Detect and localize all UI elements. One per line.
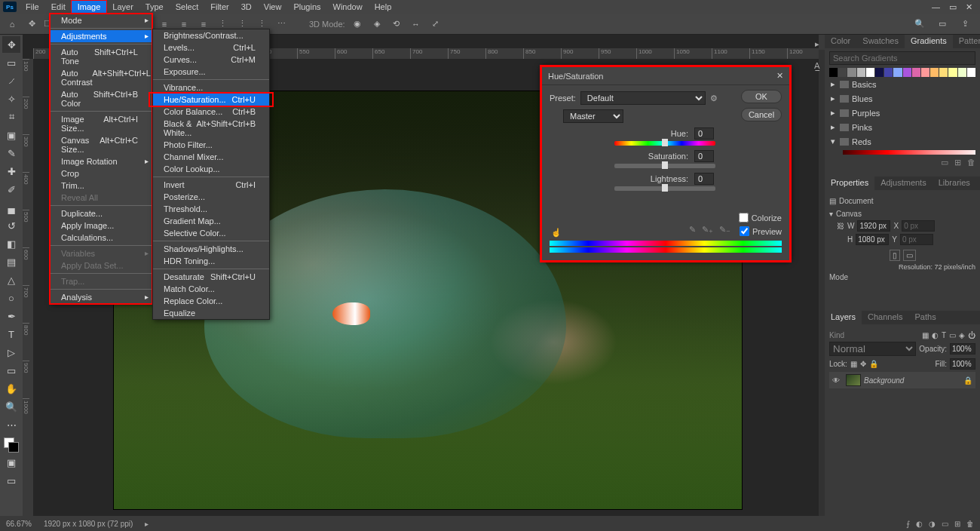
mask-icon[interactable]: ◐	[916, 520, 923, 528]
quickmask-icon[interactable]: ▣	[2, 454, 20, 471]
menu-item[interactable]: Auto ColorShift+Ctrl+B	[51, 88, 152, 109]
tab-adjustments[interactable]: Adjustments	[874, 176, 933, 190]
menu-item[interactable]: Shadows/Highlights...	[153, 243, 269, 255]
menu-item[interactable]: DesaturateShift+Ctrl+U	[153, 271, 269, 283]
lightness-input[interactable]	[694, 173, 714, 185]
tab-layers[interactable]: Layers	[825, 311, 862, 324]
preview-checkbox[interactable]	[740, 226, 749, 236]
move-tool[interactable]: ✥	[2, 36, 20, 53]
hand-eyedropper-icon[interactable]: ☝	[551, 228, 562, 238]
eyedropper-icon[interactable]: ✎	[689, 225, 696, 235]
swatch[interactable]	[930, 68, 939, 77]
eyedropper-minus-icon[interactable]: ✎₋	[719, 225, 730, 235]
menu-item[interactable]: Equalize	[153, 307, 269, 319]
menu-file[interactable]: File	[20, 1, 45, 13]
height-input[interactable]	[856, 234, 889, 245]
screenmode-icon[interactable]: ▭	[2, 472, 20, 489]
menu-view[interactable]: View	[258, 1, 288, 13]
add-icon[interactable]: ⊞	[954, 158, 961, 167]
menu-item[interactable]: Posterize...	[153, 191, 269, 203]
home-icon[interactable]: ⌂	[5, 17, 20, 32]
minimize-icon[interactable]: —	[932, 2, 940, 12]
menu-item[interactable]: Selective Color...	[153, 227, 269, 239]
menu-item[interactable]: Trim...	[51, 180, 152, 192]
swatch[interactable]	[857, 68, 865, 77]
swatch[interactable]	[866, 68, 874, 77]
swatch[interactable]	[958, 68, 966, 77]
folder-basics[interactable]: ▸Basics	[829, 77, 975, 91]
eraser-tool[interactable]: ◧	[2, 235, 20, 252]
dodge-tool[interactable]: ○	[2, 290, 20, 306]
swatch[interactable]	[847, 68, 856, 77]
tab-swatches[interactable]: Swatches	[856, 35, 905, 48]
more-tools[interactable]: ⋯	[2, 416, 20, 433]
menu-item[interactable]: Mode	[51, 14, 152, 26]
gear-icon[interactable]: ⚙	[710, 94, 718, 103]
menu-image[interactable]: Image	[72, 1, 107, 13]
pen-tool[interactable]: ✒	[2, 308, 20, 324]
restore-icon[interactable]: ▭	[949, 2, 957, 12]
swatch[interactable]	[893, 68, 902, 77]
3d-icon[interactable]: ↔	[409, 17, 424, 32]
menu-item[interactable]: Curves...Ctrl+M	[153, 54, 269, 66]
orientation-landscape-icon[interactable]: ▭	[903, 250, 916, 261]
hue-slider[interactable]	[614, 141, 715, 146]
filter-toggle[interactable]: ⏻	[968, 331, 975, 339]
search-input[interactable]	[829, 51, 975, 65]
menu-item[interactable]: Black & White...Alt+Shift+Ctrl+B	[153, 118, 269, 139]
menu-item[interactable]: Duplicate...	[51, 207, 152, 219]
marquee-tool[interactable]: ▭	[2, 54, 20, 71]
saturation-input[interactable]	[694, 150, 714, 162]
lasso-tool[interactable]: ⟋	[2, 72, 20, 89]
menu-item[interactable]: Hue/Saturation...Ctrl+U	[153, 94, 269, 106]
trash-icon[interactable]: 🗑	[967, 158, 975, 167]
menu-item[interactable]: Color Lookup...	[153, 163, 269, 175]
menu-item[interactable]: Image Rotation	[51, 155, 152, 167]
menu-item[interactable]: Canvas Size...Alt+Ctrl+C	[51, 134, 152, 155]
folder-purples[interactable]: ▸Purples	[829, 106, 975, 120]
tab-color[interactable]: Color	[825, 35, 856, 48]
move-tool-icon[interactable]: ✥	[24, 17, 39, 32]
menu-item[interactable]: Adjustments	[51, 30, 152, 42]
workspace-icon[interactable]: ▭	[935, 17, 950, 32]
crop-tool[interactable]: ⌗	[2, 109, 20, 125]
menu-select[interactable]: Select	[170, 1, 205, 13]
menu-edit[interactable]: Edit	[45, 1, 72, 13]
wand-tool[interactable]: ✧	[2, 91, 20, 107]
ok-button[interactable]: OK	[741, 90, 782, 103]
menu-item[interactable]: Threshold...	[153, 203, 269, 215]
close-icon[interactable]: ✕	[966, 2, 972, 12]
orientation-portrait-icon[interactable]: ▯	[890, 250, 900, 261]
share-icon[interactable]: ⇪	[957, 17, 972, 32]
menu-item[interactable]: Apply Image...	[51, 219, 152, 232]
filter-type-icon[interactable]: T	[942, 331, 946, 339]
menu-item[interactable]: Match Color...	[153, 283, 269, 295]
filter-shape-icon[interactable]: ▭	[949, 331, 956, 339]
swatch[interactable]	[939, 68, 948, 77]
group-icon[interactable]: ▭	[942, 520, 948, 528]
hue-input[interactable]	[694, 127, 714, 140]
menu-item[interactable]: Color Balance...Ctrl+B	[153, 106, 269, 118]
colorize-checkbox[interactable]	[739, 213, 749, 223]
reds-gradient-preview[interactable]	[843, 150, 975, 155]
swatch[interactable]	[912, 68, 920, 77]
swatch[interactable]	[829, 68, 838, 77]
menu-item[interactable]: Levels...Ctrl+L	[153, 41, 269, 54]
tab-libraries[interactable]: Libraries	[933, 176, 976, 190]
folder-pinks[interactable]: ▸Pinks	[829, 120, 975, 134]
width-input[interactable]	[857, 220, 890, 232]
menu-filter[interactable]: Filter	[204, 1, 234, 13]
visibility-icon[interactable]: 👁	[832, 376, 843, 385]
channel-select[interactable]: Master	[563, 109, 623, 123]
swatch[interactable]	[903, 68, 911, 77]
zoom-tool[interactable]: 🔍	[2, 398, 20, 415]
filter-adjust-icon[interactable]: ◐	[932, 331, 939, 339]
menu-item[interactable]: Vibrance...	[153, 81, 269, 94]
tab-gradients[interactable]: Gradients	[905, 35, 953, 48]
link-icon[interactable]: ⛓	[837, 222, 844, 230]
trash-icon[interactable]: 🗑	[966, 520, 974, 528]
menu-type[interactable]: Type	[139, 1, 170, 13]
close-icon[interactable]: ✕	[776, 71, 783, 81]
menu-plugins[interactable]: Plugins	[287, 1, 326, 13]
path-tool[interactable]: ▷	[2, 344, 20, 361]
